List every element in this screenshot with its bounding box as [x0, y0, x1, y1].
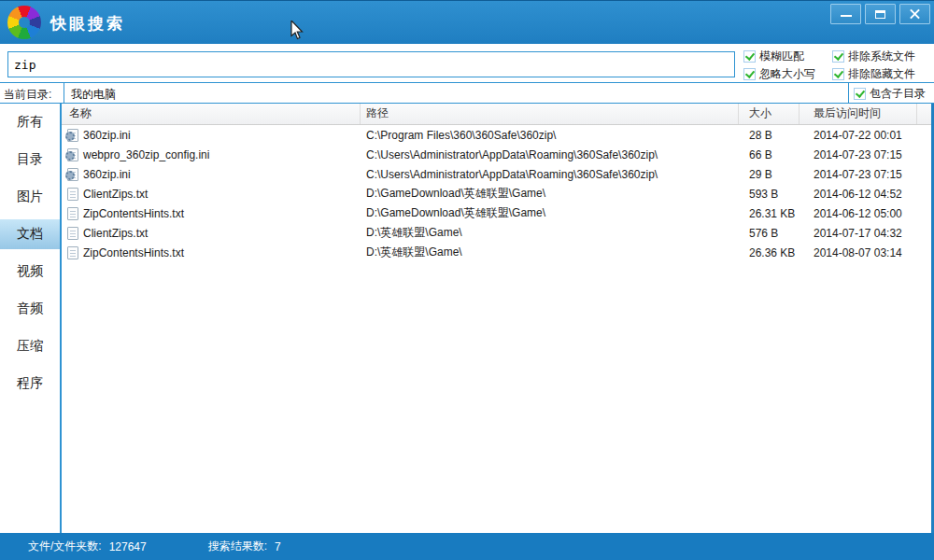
- txt-file-icon: [67, 207, 78, 220]
- file-name-cell: ClientZips.txt: [62, 188, 361, 201]
- search-options: 模糊匹配忽略大小写排除系统文件排除隐藏文件: [743, 49, 930, 82]
- file-last-access-time: 2014-07-17 04:32: [800, 227, 917, 240]
- sidebar-item-all[interactable]: 所有: [0, 104, 60, 141]
- sidebar-item-directory[interactable]: 目录: [0, 141, 60, 178]
- checkbox-label: 忽略大小写: [759, 66, 815, 82]
- search-option-exclude-hidden-files[interactable]: 排除隐藏文件: [832, 66, 930, 82]
- sidebar-item-program[interactable]: 程序: [0, 365, 60, 402]
- sidebar-item-image[interactable]: 图片: [0, 178, 60, 216]
- file-size: 576 B: [739, 227, 800, 240]
- file-name-cell: ZipContentsHints.txt: [62, 207, 361, 220]
- gear-icon: [65, 132, 75, 141]
- column-header-path[interactable]: 路径: [361, 104, 739, 124]
- table-row[interactable]: ClientZips.txtD:\英雄联盟\Game\576 B2014-07-…: [62, 223, 931, 243]
- file-path: C:\Users\Administrator\AppData\Roaming\3…: [361, 148, 739, 161]
- file-last-access-time: 2014-07-22 00:01: [800, 129, 917, 142]
- results-count-value: 7: [275, 540, 281, 553]
- file-name: ZipContentsHints.txt: [83, 207, 184, 220]
- app-logo-icon: [7, 6, 41, 39]
- column-header-name[interactable]: 名称: [62, 104, 361, 124]
- results-table: 名称路径大小最后访问时间 360zip.iniC:\Program Files\…: [62, 104, 931, 533]
- statusbar: 文件/文件夹数: 127647 搜索结果数: 7: [0, 533, 934, 560]
- search-row: 模糊匹配忽略大小写排除系统文件排除隐藏文件: [0, 44, 934, 82]
- gear-icon: [65, 151, 75, 161]
- file-last-access-time: 2014-07-23 07:15: [800, 148, 917, 161]
- file-name: 360zip.ini: [83, 168, 131, 181]
- file-path: C:\Users\Administrator\AppData\Roaming\3…: [361, 168, 739, 181]
- txt-file-icon: [67, 227, 78, 240]
- column-header-time[interactable]: 最后访问时间: [800, 104, 917, 124]
- search-option-ignore-case[interactable]: 忽略大小写: [743, 66, 832, 82]
- file-path: D:\英雄联盟\Game\: [361, 225, 739, 241]
- table-header: 名称路径大小最后访问时间: [62, 104, 931, 125]
- fuzzy-match-checkbox[interactable]: [743, 50, 756, 63]
- window-controls: [830, 4, 930, 24]
- file-last-access-time: 2014-08-07 03:14: [800, 246, 917, 259]
- search-option-fuzzy-match[interactable]: 模糊匹配: [743, 49, 832, 64]
- results-body: 360zip.iniC:\Program Files\360\360Safe\3…: [62, 125, 931, 533]
- file-path: C:\Program Files\360\360Safe\360zip\: [361, 129, 739, 142]
- ini-file-icon: [67, 168, 78, 181]
- column-header-size[interactable]: 大小: [739, 104, 800, 124]
- sidebar-item-document[interactable]: 文档: [0, 216, 60, 253]
- search-input[interactable]: [7, 51, 735, 77]
- sidebar-item-video[interactable]: 视频: [0, 253, 60, 290]
- file-size: 28 B: [739, 129, 800, 142]
- ignore-case-checkbox[interactable]: [743, 68, 756, 80]
- results-count-label: 搜索结果数:: [208, 539, 267, 554]
- maximize-icon: [875, 10, 885, 19]
- current-directory-bar: 当前目录: 我的电脑 包含子目录: [0, 82, 934, 104]
- file-name-cell: ClientZips.txt: [62, 227, 361, 240]
- exclude-hidden-files-checkbox[interactable]: [832, 68, 844, 80]
- ini-file-icon: [67, 148, 78, 161]
- exclude-system-files-checkbox[interactable]: [832, 50, 844, 63]
- file-name: ZipContentsHints.txt: [83, 246, 184, 259]
- include-subdirs-checkbox[interactable]: [854, 88, 866, 100]
- maximize-button[interactable]: [865, 4, 896, 24]
- file-last-access-time: 2014-07-23 07:15: [800, 168, 917, 181]
- txt-file-icon: [67, 188, 78, 201]
- checkbox-label: 模糊匹配: [759, 49, 804, 64]
- minimize-icon: [841, 15, 852, 17]
- file-size: 29 B: [739, 168, 800, 181]
- checkbox-label: 包含子目录: [870, 86, 926, 102]
- file-name: ClientZips.txt: [83, 188, 148, 201]
- file-last-access-time: 2014-06-12 05:00: [800, 207, 917, 220]
- file-name-cell: 360zip.ini: [62, 168, 361, 181]
- file-name-cell: ZipContentsHints.txt: [62, 246, 361, 259]
- file-last-access-time: 2014-06-12 04:52: [800, 188, 917, 201]
- file-name: 360zip.ini: [83, 129, 131, 142]
- sidebar-item-archive[interactable]: 压缩: [0, 328, 60, 365]
- gear-icon: [65, 171, 75, 180]
- divider: [64, 83, 64, 103]
- close-button[interactable]: [899, 4, 930, 24]
- file-path: D:\GameDownload\英雄联盟\Game\: [361, 205, 739, 221]
- titlebar: 快眼搜索: [0, 0, 934, 44]
- table-row[interactable]: ZipContentsHints.txtD:\英雄联盟\Game\26.36 K…: [62, 243, 931, 262]
- files-count-value: 127647: [109, 540, 147, 553]
- file-size: 26.31 KB: [739, 207, 800, 220]
- sidebar-item-audio[interactable]: 音频: [0, 290, 60, 328]
- table-row[interactable]: webpro_360zip_config.iniC:\Users\Adminis…: [62, 145, 931, 164]
- file-name-cell: webpro_360zip_config.ini: [62, 148, 361, 161]
- file-name-cell: 360zip.ini: [62, 129, 361, 142]
- sidebar: 所有目录图片文档视频音频压缩程序: [0, 104, 62, 533]
- column-header-filler: [917, 104, 931, 124]
- table-row[interactable]: ZipContentsHints.txtD:\GameDownload\英雄联盟…: [62, 203, 931, 223]
- checkbox-label: 排除隐藏文件: [848, 66, 915, 82]
- ini-file-icon: [67, 129, 78, 142]
- file-path: D:\GameDownload\英雄联盟\Game\: [361, 186, 739, 202]
- file-size: 26.36 KB: [739, 246, 800, 259]
- current-directory-value: 我的电脑: [71, 87, 116, 103]
- table-row[interactable]: ClientZips.txtD:\GameDownload\英雄联盟\Game\…: [62, 184, 931, 203]
- window-title: 快眼搜索: [50, 13, 125, 35]
- minimize-button[interactable]: [830, 4, 861, 24]
- table-row[interactable]: 360zip.iniC:\Program Files\360\360Safe\3…: [62, 125, 931, 145]
- close-icon: [909, 8, 921, 21]
- file-name: webpro_360zip_config.ini: [83, 148, 209, 161]
- table-row[interactable]: 360zip.iniC:\Users\Administrator\AppData…: [62, 164, 931, 184]
- include-subdirs-option[interactable]: 包含子目录: [854, 86, 926, 102]
- file-path: D:\英雄联盟\Game\: [361, 245, 739, 260]
- search-option-exclude-system-files[interactable]: 排除系统文件: [832, 49, 930, 64]
- divider: [848, 83, 849, 103]
